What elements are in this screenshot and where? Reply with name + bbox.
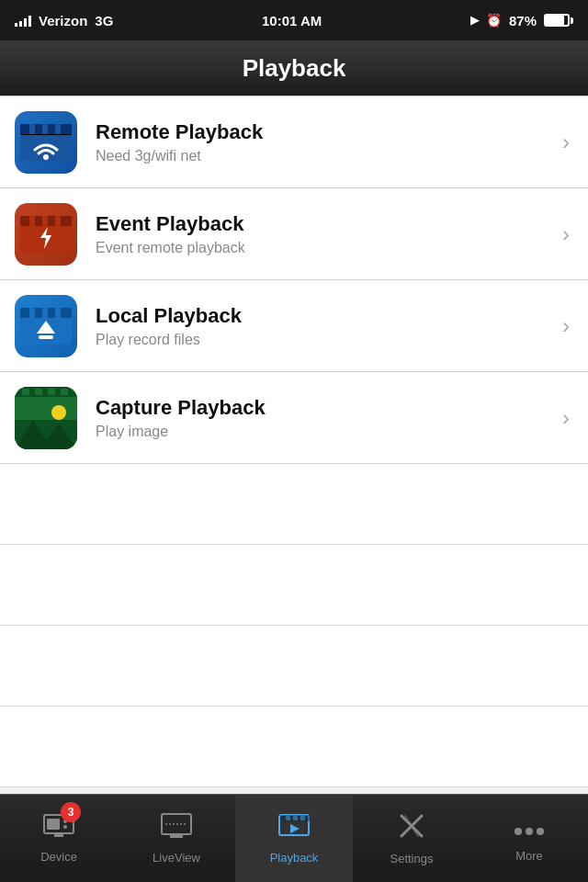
list-container: Remote Playback Need 3g/wifi net › Event… (0, 96, 588, 787)
event-playback-text: Event Playback Event remote playback (96, 212, 553, 256)
monitor-icon (161, 813, 192, 845)
tab-settings-label: Settings (390, 852, 434, 865)
svg-rect-3 (29, 124, 35, 134)
remote-playback-icon (15, 111, 77, 174)
battery-percent: 87% (509, 13, 537, 28)
local-playback-chevron-icon: › (562, 313, 570, 339)
svg-rect-31 (47, 819, 60, 830)
tab-playback-label: Playback (270, 851, 319, 865)
svg-point-22 (51, 405, 66, 420)
tab-playback[interactable]: Playback (235, 795, 353, 882)
carrier-label: Verizon (39, 13, 87, 28)
tab-settings[interactable]: Settings (353, 795, 470, 882)
svg-marker-43 (290, 824, 300, 833)
svg-rect-40 (286, 816, 290, 820)
list-item-event-playback[interactable]: Event Playback Event remote playback › (0, 188, 588, 280)
remote-playback-chevron-icon: › (562, 130, 570, 155)
tab-device-label: Device (40, 850, 77, 864)
event-playback-icon (15, 203, 77, 266)
svg-rect-10 (42, 216, 48, 226)
signal-bars-icon (15, 14, 31, 27)
local-playback-subtitle: Play record files (96, 332, 553, 348)
network-label: 3G (95, 13, 113, 28)
tab-device[interactable]: 3 Device (0, 795, 118, 882)
playback-icon (278, 813, 310, 845)
svg-point-6 (43, 154, 49, 160)
status-left: Verizon 3G (15, 13, 113, 28)
svg-point-33 (63, 825, 67, 829)
svg-rect-29 (61, 389, 68, 395)
status-bar: Verizon 3G 10:01 AM ▶ ⏰ 87% (0, 0, 588, 40)
play-icon: ▶ (470, 14, 479, 27)
capture-playback-text: Capture Playback Play image (96, 396, 553, 440)
nav-bar: Playback (0, 40, 588, 96)
empty-row-1 (0, 464, 588, 545)
svg-rect-42 (300, 816, 305, 820)
remote-playback-subtitle: Need 3g/wifi net (96, 148, 553, 164)
remote-playback-title: Remote Playback (96, 120, 553, 144)
local-playback-icon (15, 295, 77, 357)
tab-more-label: More (515, 849, 543, 863)
svg-rect-19 (39, 335, 53, 339)
svg-rect-26 (22, 389, 29, 395)
svg-rect-4 (42, 124, 48, 134)
empty-row-3 (0, 626, 588, 707)
battery-icon (544, 14, 573, 27)
event-playback-title: Event Playback (96, 212, 553, 236)
tab-liveview[interactable]: LiveView (118, 795, 235, 882)
status-right: ▶ ⏰ 87% (470, 13, 573, 28)
empty-row-2 (0, 545, 588, 626)
svg-rect-11 (55, 216, 61, 226)
capture-playback-title: Capture Playback (96, 396, 553, 420)
capture-playback-icon (15, 387, 77, 449)
remote-playback-text: Remote Playback Need 3g/wifi net (96, 120, 553, 164)
svg-rect-15 (29, 308, 35, 318)
time-label: 10:01 AM (262, 13, 322, 28)
alarm-icon: ⏰ (486, 13, 502, 28)
tab-bar: 3 Device LiveView (0, 794, 588, 882)
svg-rect-16 (42, 308, 48, 318)
tab-more[interactable]: More (470, 795, 588, 882)
capture-playback-subtitle: Play image (96, 424, 553, 440)
local-playback-text: Local Playback Play record files (96, 304, 553, 348)
event-playback-subtitle: Event remote playback (96, 240, 553, 256)
svg-rect-28 (48, 389, 55, 395)
list-item-capture-playback[interactable]: Capture Playback Play image › (0, 372, 588, 464)
more-icon (514, 814, 545, 843)
device-badge: 3 (61, 802, 81, 822)
svg-point-47 (514, 828, 522, 835)
tab-liveview-label: LiveView (153, 851, 200, 865)
svg-line-46 (405, 816, 418, 836)
svg-rect-5 (55, 124, 61, 134)
svg-rect-41 (293, 816, 298, 820)
settings-icon (398, 812, 425, 846)
capture-playback-chevron-icon: › (562, 405, 570, 431)
event-playback-chevron-icon: › (562, 221, 570, 247)
svg-rect-36 (170, 835, 183, 838)
page-title: Playback (243, 54, 346, 83)
svg-point-49 (537, 828, 544, 835)
local-playback-title: Local Playback (96, 304, 553, 328)
svg-rect-17 (55, 308, 61, 318)
svg-rect-27 (35, 389, 42, 395)
list-item-local-playback[interactable]: Local Playback Play record files › (0, 280, 588, 372)
svg-point-48 (526, 828, 533, 835)
empty-row-4 (0, 707, 588, 787)
svg-rect-9 (29, 216, 35, 226)
svg-rect-34 (54, 834, 63, 837)
list-item-remote-playback[interactable]: Remote Playback Need 3g/wifi net › (0, 96, 588, 188)
